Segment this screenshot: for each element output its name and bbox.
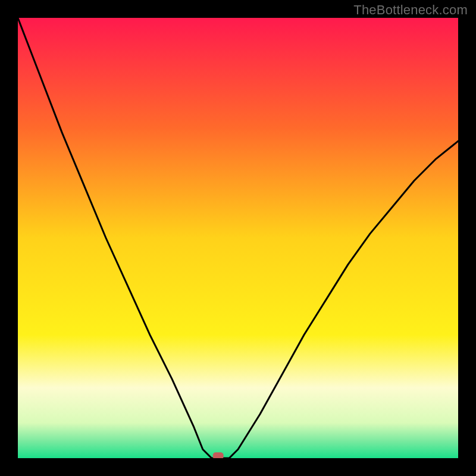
watermark-text: TheBottleneck.com [353,2,468,18]
plot-area [18,18,458,458]
plot-svg [18,18,458,458]
gradient-background [18,18,458,458]
chart-frame: TheBottleneck.com [0,0,476,476]
optimal-point-marker [213,452,224,458]
